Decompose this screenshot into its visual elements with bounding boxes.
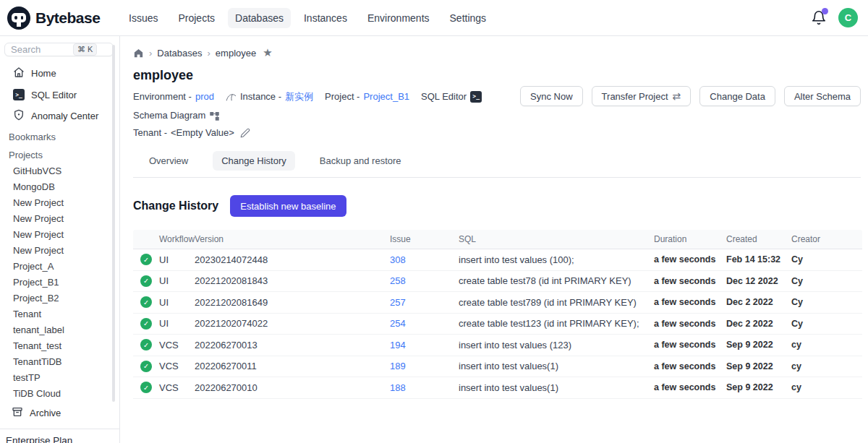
workflow-cell: UI bbox=[159, 275, 195, 286]
success-check-icon: ✓ bbox=[140, 339, 152, 350]
nav-item-issues[interactable]: Issues bbox=[122, 8, 165, 28]
nav-item-settings[interactable]: Settings bbox=[443, 8, 494, 28]
search-input[interactable] bbox=[11, 44, 73, 55]
top-nav-items: IssuesProjectsDatabasesInstancesEnvironm… bbox=[122, 8, 811, 28]
nav-item-projects[interactable]: Projects bbox=[171, 8, 222, 28]
sql-cell: insert into test values (100); bbox=[459, 254, 654, 265]
meta-schema-diagram[interactable]: Schema Diagram bbox=[133, 108, 220, 124]
table-row[interactable]: ✓UI20221202074022254create table test123… bbox=[133, 314, 862, 335]
issue-link[interactable]: 257 bbox=[390, 297, 406, 308]
sql-cell: insert into test values (123) bbox=[459, 340, 654, 350]
table-row[interactable]: ✓UI20221202081843258create table test78 … bbox=[133, 271, 862, 293]
meta-project: Project - Project_B1 bbox=[325, 89, 409, 105]
sidebar-project-project-a[interactable]: Project_A bbox=[0, 259, 119, 275]
alter-schema-button[interactable]: Alter Schema bbox=[784, 86, 861, 106]
duration-cell: a few seconds bbox=[654, 276, 726, 286]
brand-name: Bytebase bbox=[35, 9, 100, 27]
issue-link[interactable]: 188 bbox=[390, 382, 406, 393]
sidebar-project-githubvcs[interactable]: GitHubVCS bbox=[0, 163, 119, 179]
meta-instance: Instance - 新实例 bbox=[226, 89, 313, 105]
nav-item-instances[interactable]: Instances bbox=[297, 8, 354, 28]
tab-change-history[interactable]: Change History bbox=[213, 151, 295, 171]
breadcrumb-databases[interactable]: Databases bbox=[157, 48, 202, 59]
notifications-bell-icon[interactable] bbox=[811, 10, 827, 26]
sidebar-project-new-project[interactable]: New Project bbox=[0, 227, 119, 243]
search-shortcut-badge: ⌘ K bbox=[73, 43, 97, 56]
change-history-section-header: Change History Establish new baseline bbox=[133, 195, 861, 217]
bytebase-logo-icon bbox=[7, 7, 30, 30]
column-header-workflow: Workflow bbox=[159, 234, 195, 244]
nav-item-databases[interactable]: Databases bbox=[228, 8, 291, 28]
sidebar-item-home[interactable]: Home bbox=[0, 62, 119, 85]
user-avatar[interactable]: C bbox=[838, 8, 858, 27]
sidebar-scrollbar[interactable] bbox=[112, 45, 115, 402]
sync-now-button[interactable]: Sync Now bbox=[520, 86, 583, 106]
tab-backup-and-restore[interactable]: Backup and restore bbox=[311, 151, 410, 171]
sidebar-item-archive[interactable]: Archive bbox=[0, 402, 119, 429]
issue-link[interactable]: 189 bbox=[390, 361, 406, 371]
project-link[interactable]: Project_B1 bbox=[363, 89, 409, 105]
sidebar-project-project-b1[interactable]: Project_B1 bbox=[0, 275, 119, 291]
issue-cell: 194 bbox=[390, 340, 459, 350]
sidebar-project-mongodb[interactable]: MongoDB bbox=[0, 179, 119, 195]
instance-link[interactable]: 新实例 bbox=[285, 89, 313, 105]
table-row[interactable]: ✓VCS202206270010188insert into test valu… bbox=[133, 377, 862, 399]
sidebar-item-label: Anomaly Center bbox=[31, 111, 98, 121]
environment-link[interactable]: prod bbox=[195, 89, 214, 105]
sidebar-project-tenant-label[interactable]: tenant_label bbox=[0, 322, 119, 338]
breadcrumb-employee[interactable]: employee bbox=[216, 48, 256, 59]
table-row[interactable]: ✓UI20221202081649257create table test789… bbox=[133, 292, 862, 314]
duration-cell: a few seconds bbox=[654, 297, 726, 307]
sidebar-project-testtp[interactable]: testTP bbox=[0, 370, 119, 386]
sidebar-item-anomaly-center[interactable]: Anomaly Center bbox=[0, 105, 119, 127]
main-content: › Databases › employee ★ employee Enviro… bbox=[120, 36, 868, 443]
search-box[interactable]: ⌘ K bbox=[4, 43, 114, 56]
sidebar-item-sql-editor[interactable]: >_ SQL Editor bbox=[0, 85, 119, 105]
sidebar-project-new-project[interactable]: New Project bbox=[0, 243, 119, 259]
status-cell: ✓ bbox=[133, 339, 159, 350]
nav-item-environments[interactable]: Environments bbox=[360, 8, 437, 28]
breadcrumb: › Databases › employee ★ bbox=[133, 46, 861, 59]
favorite-star-icon[interactable]: ★ bbox=[263, 46, 272, 59]
table-row[interactable]: ✓VCS202206270013194insert into test valu… bbox=[133, 335, 862, 356]
column-header-version: Version bbox=[195, 234, 390, 244]
bytebase-logo[interactable]: Bytebase bbox=[7, 7, 122, 30]
change-data-button[interactable]: Change Data bbox=[699, 86, 775, 106]
workflow-cell: UI bbox=[159, 254, 195, 265]
establish-baseline-button[interactable]: Establish new baseline bbox=[230, 195, 346, 217]
sidebar-project-tenant[interactable]: Tenant bbox=[0, 306, 119, 322]
plan-footer[interactable]: Enterprise Plan bbox=[0, 429, 119, 443]
edit-pencil-icon[interactable] bbox=[240, 128, 250, 138]
issue-link[interactable]: 254 bbox=[390, 318, 406, 329]
status-cell: ✓ bbox=[133, 361, 159, 372]
version-cell: 20221202081649 bbox=[195, 297, 390, 308]
sidebar-project-new-project[interactable]: New Project bbox=[0, 211, 119, 227]
status-cell: ✓ bbox=[133, 254, 159, 265]
breadcrumb-home-icon[interactable] bbox=[133, 48, 144, 59]
transfer-project-button[interactable]: Transfer Project⇄ bbox=[592, 86, 692, 106]
sidebar-project-tenanttidb[interactable]: TenantTiDB bbox=[0, 354, 119, 370]
sidebar-project-tidb-cloud[interactable]: TiDB Cloud bbox=[0, 386, 119, 402]
issue-cell: 258 bbox=[390, 275, 459, 286]
table-row[interactable]: ✓UI20230214072448308insert into test val… bbox=[133, 249, 862, 271]
sidebar-project-tenant-test[interactable]: Tenant_test bbox=[0, 338, 119, 354]
issue-cell: 189 bbox=[390, 361, 459, 371]
tab-overview[interactable]: Overview bbox=[140, 151, 197, 171]
sql-cell: create table test123 (id int PRIMARY KEY… bbox=[459, 318, 654, 329]
issue-link[interactable]: 258 bbox=[390, 275, 406, 286]
version-cell: 20221202081843 bbox=[195, 275, 390, 286]
issue-link[interactable]: 194 bbox=[390, 340, 406, 350]
sidebar-project-project-b2[interactable]: Project_B2 bbox=[0, 291, 119, 306]
meta-sql-editor[interactable]: SQL Editor >_ bbox=[421, 89, 482, 105]
duration-cell: a few seconds bbox=[654, 254, 726, 264]
version-cell: 202206270013 bbox=[195, 340, 390, 350]
page-title: employee bbox=[133, 68, 861, 83]
issue-link[interactable]: 308 bbox=[390, 254, 406, 265]
archive-icon bbox=[12, 406, 23, 420]
workflow-cell: UI bbox=[159, 318, 195, 329]
sidebar-project-new-project[interactable]: New Project bbox=[0, 195, 119, 211]
created-cell: Sep 9 2022 bbox=[726, 340, 791, 350]
workflow-cell: VCS bbox=[159, 361, 195, 371]
sidebar-section-bookmarks: Bookmarks bbox=[0, 127, 119, 145]
table-row[interactable]: ✓VCS202206270011189insert into test valu… bbox=[133, 356, 862, 378]
